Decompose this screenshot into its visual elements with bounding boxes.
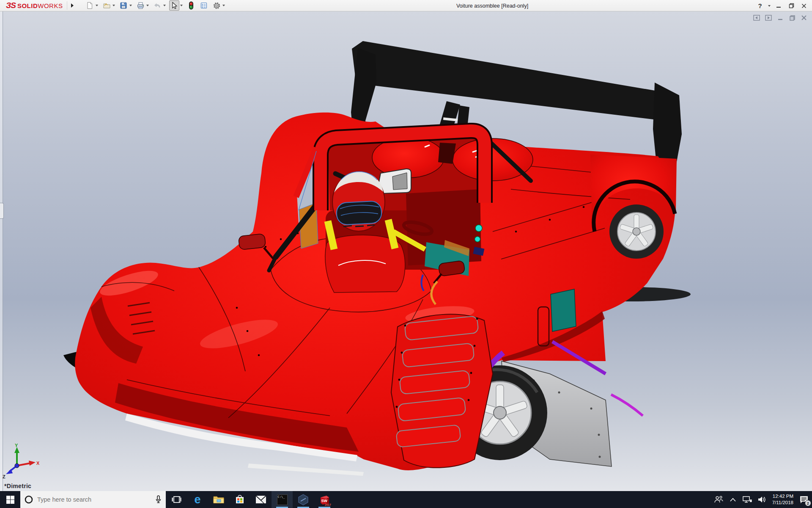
help-dropdown-caret[interactable]	[767, 1, 771, 11]
minimize-icon	[776, 3, 781, 8]
taskbar-store[interactable]	[229, 491, 250, 508]
cyan-detail	[475, 225, 482, 232]
toolbar-new-group	[85, 0, 99, 11]
tray-time: 12:42 PM	[772, 493, 793, 500]
search-input[interactable]	[37, 496, 151, 503]
edge-icon: e	[194, 494, 200, 505]
tile-right-button[interactable]	[765, 14, 772, 21]
print-button[interactable]	[135, 0, 145, 11]
cortana-icon	[25, 495, 33, 504]
triad-x-label: X	[36, 461, 40, 466]
open-button[interactable]	[102, 0, 112, 11]
taskbar: e C:\_	[0, 491, 812, 508]
hidden-icons-chevron[interactable]	[727, 491, 738, 508]
document-window-controls	[753, 14, 808, 21]
louvered-fender	[391, 314, 493, 467]
taskbar-solidworks[interactable]: SW 2017	[314, 491, 335, 508]
restore-icon	[789, 3, 794, 8]
toolbar-select-group	[169, 0, 184, 11]
restore-button[interactable]	[786, 1, 797, 11]
command-prompt-icon: C:\_	[277, 494, 288, 505]
microphone-icon[interactable]	[155, 495, 162, 504]
task-view-button[interactable]	[166, 491, 187, 508]
system-tray: 12:42 PM 7/11/2018 2	[713, 491, 812, 508]
tray-clock[interactable]: 12:42 PM 7/11/2018	[771, 493, 795, 506]
taskbar-mail[interactable]	[250, 491, 272, 508]
toolbar-save-group	[118, 0, 133, 11]
solidworks-logo: ЗS SOLIDWORKS	[0, 0, 67, 11]
undo-arrow-icon	[154, 2, 162, 9]
orientation-triad: Y X Z	[1, 444, 41, 479]
orientation-label: *Dimetric	[4, 483, 31, 489]
taskbar-hexagon-app[interactable]	[293, 491, 314, 508]
taskbar-edge[interactable]: e	[187, 491, 208, 508]
toolbar-rebuild-group	[186, 0, 196, 11]
mail-icon	[255, 495, 266, 504]
select-dropdown-caret[interactable]	[179, 0, 184, 11]
gear-icon	[213, 2, 221, 10]
new-dropdown-caret[interactable]	[95, 0, 99, 11]
tray-date: 7/11/2018	[772, 500, 793, 506]
print-dropdown-caret[interactable]	[145, 0, 150, 11]
toolbar-display-group	[199, 0, 209, 11]
display-list-icon	[200, 2, 208, 9]
help-button[interactable]: ?	[754, 1, 765, 11]
store-icon	[235, 494, 245, 505]
options-dropdown-caret[interactable]	[222, 0, 226, 11]
windows-logo-icon	[6, 496, 14, 504]
save-floppy-icon	[120, 2, 127, 9]
rear-right-wheel	[609, 204, 664, 259]
tile-left-button[interactable]	[753, 14, 760, 21]
undo-button[interactable]	[152, 0, 162, 11]
logo-text-works: WORKS	[38, 2, 63, 9]
options-button[interactable]	[211, 0, 222, 11]
notification-badge: 2	[805, 500, 811, 506]
volume-icon[interactable]	[756, 491, 767, 508]
people-icon[interactable]	[713, 491, 724, 508]
toolbar-open-group	[102, 0, 116, 11]
doc-restore-button[interactable]	[788, 14, 796, 21]
new-document-button[interactable]	[85, 0, 95, 11]
save-dropdown-caret[interactable]	[129, 0, 133, 11]
taskbar-file-explorer[interactable]	[208, 491, 229, 508]
taskbar-search[interactable]	[20, 491, 166, 508]
toolbar-print-group	[135, 0, 150, 11]
toolbar-options-group	[211, 0, 226, 11]
solidworks-year: 2017	[325, 503, 331, 506]
3d-model-race-car[interactable]	[0, 11, 812, 491]
new-document-icon	[86, 2, 93, 9]
select-tool-button[interactable]	[169, 0, 179, 11]
traffic-light-icon	[188, 1, 194, 10]
minimize-button[interactable]	[773, 1, 784, 11]
network-icon[interactable]	[742, 491, 753, 508]
menu-flyout-arrow-icon[interactable]	[67, 1, 74, 10]
open-dropdown-caret[interactable]	[112, 0, 116, 11]
taskbar-command-prompt[interactable]: C:\_	[272, 491, 293, 508]
close-button[interactable]	[798, 1, 809, 11]
file-explorer-icon	[213, 495, 224, 504]
task-view-icon	[172, 495, 181, 504]
toolbar-undo-group	[152, 0, 167, 11]
display-settings-button[interactable]	[199, 0, 209, 11]
hexagon-app-icon	[298, 494, 309, 505]
window-title: Voiture assomblee [Read-only]	[456, 0, 528, 11]
doc-close-button[interactable]	[800, 14, 808, 21]
solidworks-2017-icon: SW 2017	[319, 494, 330, 505]
rebuild-traffic-light-button[interactable]	[186, 0, 196, 11]
solidworks-logo-icon: ЗS	[6, 1, 16, 10]
print-icon	[137, 2, 145, 9]
doc-minimize-button[interactable]	[776, 14, 784, 21]
triad-z-label: Z	[3, 474, 5, 479]
close-icon	[801, 3, 807, 8]
select-cursor-icon	[170, 2, 178, 9]
open-folder-icon	[103, 2, 111, 9]
save-button[interactable]	[118, 0, 129, 11]
graphics-viewport[interactable]: Y X Z *Dimetric	[0, 11, 812, 491]
logo-text-solid: SOLID	[17, 2, 38, 9]
screen: ЗS SOLIDWORKS	[0, 0, 812, 508]
action-center-button[interactable]: 2	[798, 491, 809, 508]
title-bar: ЗS SOLIDWORKS	[0, 0, 812, 11]
start-button[interactable]	[0, 491, 20, 508]
undo-dropdown-caret[interactable]	[162, 0, 167, 11]
window-controls: ?	[754, 0, 809, 11]
